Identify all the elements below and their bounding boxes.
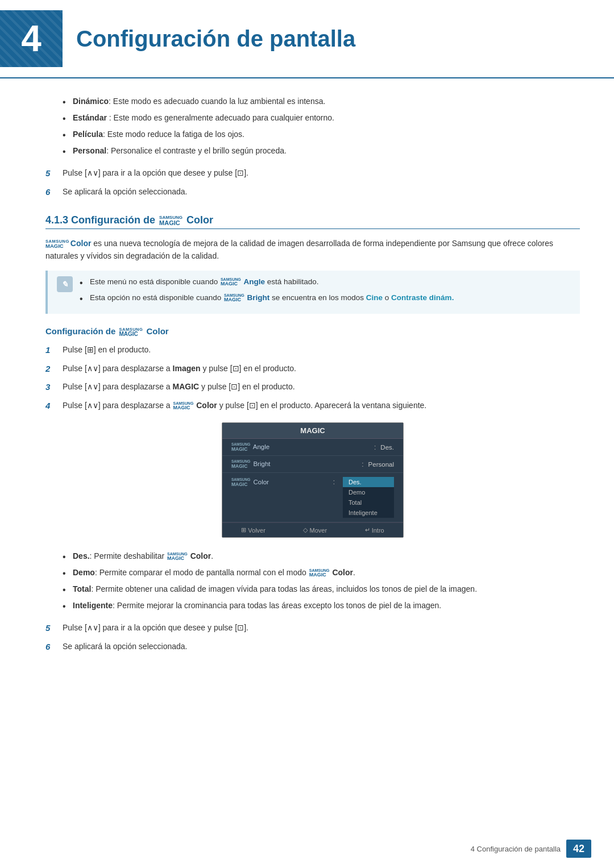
- popup-row-bright: SAMSUNGMAGIC Bright : Personal: [222, 456, 403, 473]
- monitor-container: MAGIC SAMSUNGMAGIC Angle : Des. SAMSUNGM…: [45, 422, 580, 538]
- term-dinamico: Dinámico: [73, 97, 109, 106]
- term-personal: Personal: [73, 146, 106, 155]
- note-icon: ✎: [57, 276, 73, 292]
- note-bullet-list: Este menú no está disponible cuando SAMS…: [80, 276, 571, 304]
- step-4: 4 Pulse [∧∨] para desplazarse a SAMSUNGM…: [45, 400, 580, 413]
- note-content: Este menú no está disponible cuando SAMS…: [80, 276, 571, 309]
- chapter-number: 4: [21, 18, 42, 60]
- list-item: Personal: Personalice el contraste y el …: [63, 145, 580, 157]
- chapter-number-box: 4: [0, 10, 63, 67]
- step-2: 2 Pulse [∧∨] para desplazarse a Imagen y…: [45, 363, 580, 376]
- option-des: Des.: Permite deshabilitar SAMSUNGMAGIC …: [63, 550, 580, 562]
- dropdown-item-inteligente: Inteligente: [343, 508, 394, 518]
- monitor-popup-footer: ⊞ Volver ◇ Mover ↵ Intro: [222, 522, 403, 537]
- note-box: ✎ Este menú no está disponible cuando SA…: [45, 271, 580, 314]
- popup-row-color: SAMSUNGMAGIC Color : Des. Demo Total Int…: [222, 473, 403, 522]
- dropdown-item-demo: Demo: [343, 487, 394, 497]
- samsung-magic-brand-inline: SAMSUNGMAGIC: [45, 239, 69, 249]
- footer-intro: ↵ Intro: [365, 526, 384, 534]
- page-header: 4 Configuración de pantalla: [0, 0, 614, 78]
- intro-bullet-list: Dinámico: Este modo es adecuado cuando l…: [63, 95, 580, 157]
- term-estandar: Estándar: [73, 113, 107, 122]
- section-413-heading: 4.1.3 Configuración de SAMSUNGMAGIC Colo…: [45, 214, 580, 229]
- dropdown-item-des: Des.: [343, 477, 394, 487]
- main-content: Dinámico: Este modo es adecuado cuando l…: [0, 95, 614, 693]
- dropdown-item-total: Total: [343, 497, 394, 508]
- final-step-6: 6 Se aplicará la opción seleccionada.: [45, 641, 580, 654]
- note-item-1: Este menú no está disponible cuando SAMS…: [80, 276, 571, 288]
- term-pelicula: Película: [73, 130, 103, 139]
- step-3: 3 Pulse [∧∨] para desplazarse a MAGIC y …: [45, 381, 580, 394]
- section-413-intro: SAMSUNGMAGICColor es una nueva tecnologí…: [45, 237, 580, 263]
- option-total: Total: Permite obtener una calidad de im…: [63, 583, 580, 595]
- option-inteligente: Inteligente: Permite mejorar la crominan…: [63, 600, 580, 612]
- footer-mover: ◇ Mover: [303, 526, 327, 534]
- monitor-popup-header: MAGIC: [222, 423, 403, 439]
- page-footer: 4 Configuración de pantalla 42: [471, 840, 591, 858]
- footer-page-number: 42: [566, 840, 591, 858]
- list-item: Estándar : Este modo es generalmente ade…: [63, 112, 580, 124]
- subsection-heading-color: Configuración de SAMSUNGMAGIC Color: [45, 326, 580, 337]
- final-step-5: 5 Pulse [∧∨] para ir a la opción que des…: [45, 622, 580, 635]
- option-demo: Demo: Permite comparar el modo de pantal…: [63, 567, 580, 579]
- step-1: 1 Pulse [⊞] en el producto.: [45, 344, 580, 357]
- step-5: 5 Pulse [∧∨] para ir a la opción que des…: [45, 167, 580, 180]
- list-item: Dinámico: Este modo es adecuado cuando l…: [63, 95, 580, 107]
- options-bullet-list: Des.: Permite deshabilitar SAMSUNGMAGIC …: [63, 550, 580, 612]
- samsung-magic-brand-heading: SAMSUNGMAGIC: [159, 215, 182, 226]
- chapter-title: Configuración de pantalla: [76, 26, 355, 52]
- popup-row-angle: SAMSUNGMAGIC Angle : Des.: [222, 439, 403, 456]
- samsung-magic-brand-sub: SAMSUNGMAGIC: [119, 327, 143, 338]
- monitor-popup: MAGIC SAMSUNGMAGIC Angle : Des. SAMSUNGM…: [222, 422, 404, 538]
- footer-chapter-label: 4 Configuración de pantalla: [471, 845, 561, 853]
- note-item-2: Esta opción no está disponible cuando SA…: [80, 292, 571, 304]
- step-6: 6 Se aplicará la opción seleccionada.: [45, 186, 580, 199]
- list-item: Película: Este modo reduce la fatiga de …: [63, 128, 580, 140]
- color-dropdown: Des. Demo Total Inteligente: [343, 477, 394, 518]
- footer-volver: ⊞ Volver: [241, 526, 265, 534]
